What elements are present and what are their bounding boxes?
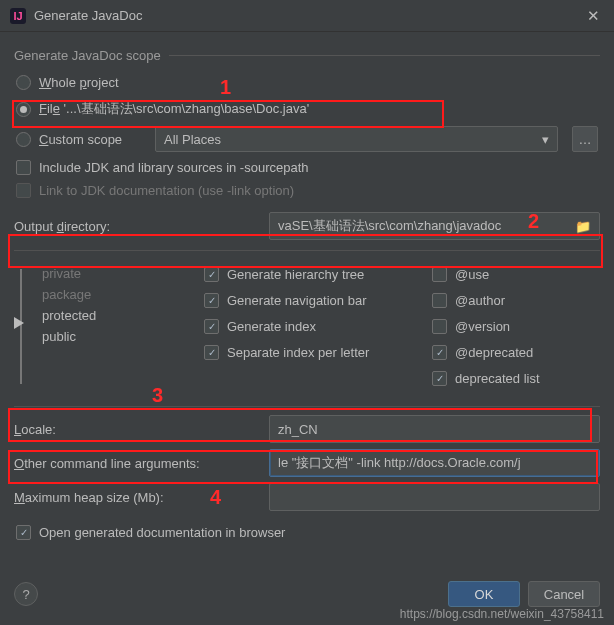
close-icon[interactable]: ✕ [583,7,604,25]
checkbox-icon [204,267,219,282]
vis-protected[interactable]: protected [22,305,184,326]
separate-label: Separate index per letter [227,345,369,360]
check-deprecated[interactable]: @deprecated [430,341,542,364]
checkbox-icon [204,319,219,334]
locale-label: Locale: [14,422,269,437]
deprecated-list-label: deprecated list [455,371,540,386]
titlebar: IJ Generate JavaDoc ✕ [0,0,614,32]
check-use[interactable]: @use [430,263,542,286]
file-option-label: File '...\基础语法\src\com\zhang\base\Doc.ja… [39,100,309,118]
check-hierarchy[interactable]: Generate hierarchy tree [202,263,412,286]
radio-file[interactable]: File '...\基础语法\src\com\zhang\base\Doc.ja… [14,96,600,122]
author-label: @author [455,293,505,308]
window-title: Generate JavaDoc [34,8,583,23]
checkbox-icon [16,160,31,175]
check-author[interactable]: @author [430,289,542,312]
checkbox-icon-disabled [16,183,31,198]
include-jdk-label: Include JDK and library sources in -sour… [39,160,309,175]
other-args-label: Other command line arguments: [14,456,269,471]
use-label: @use [455,267,489,282]
help-button[interactable]: ? [14,582,38,606]
output-dir-label: Output directory: [14,219,269,234]
scope-group-text: Generate JavaDoc scope [14,48,161,63]
other-args-value: le "接口文档" -link http://docs.Oracle.com/j [278,454,521,472]
heap-label: Maximum heap size (Mb): [14,490,269,505]
checkbox-icon [432,267,447,282]
check-version[interactable]: @version [430,315,542,338]
check-navbar[interactable]: Generate navigation bar [202,289,412,312]
check-separate[interactable]: Separate index per letter [202,341,412,364]
locale-value: zh_CN [278,422,318,437]
navbar-label: Generate navigation bar [227,293,366,308]
separator [14,250,600,251]
ok-button[interactable]: OK [448,581,520,607]
scope-group-label: Generate JavaDoc scope [14,48,600,63]
link-jdk-label: Link to JDK documentation (use -link opt… [39,183,294,198]
output-dir-input[interactable]: vaSE\基础语法\src\com\zhang\javadoc 📁 [269,212,600,240]
vis-private[interactable]: private [22,263,184,284]
folder-icon[interactable]: 📁 [575,219,591,234]
radio-whole-project[interactable]: Whole project [14,71,600,94]
custom-scope-more-button[interactable]: … [572,126,598,152]
locale-input[interactable]: zh_CN [269,415,600,443]
app-icon: IJ [10,8,26,24]
radio-icon-selected [16,102,31,117]
checkbox-icon [16,525,31,540]
gen-options: Generate hierarchy tree Generate navigat… [202,263,412,390]
radio-custom-scope[interactable]: Custom scope All Places ▾ … [14,122,600,156]
check-deprecated-list[interactable]: deprecated list [430,367,542,390]
radio-icon [16,75,31,90]
checkbox-icon [432,319,447,334]
output-dir-value: vaSE\基础语法\src\com\zhang\javadoc [278,217,569,235]
tag-options: @use @author @version @deprecated deprec… [430,263,542,390]
open-browser-label: Open generated documentation in browser [39,525,285,540]
vis-package[interactable]: package [22,284,184,305]
watermark: https://blog.csdn.net/weixin_43758411 [400,607,604,621]
checkbox-icon [432,345,447,360]
open-browser-check[interactable]: Open generated documentation in browser [14,521,600,544]
options-region: private package protected public Generat… [14,259,600,396]
custom-scope-combo[interactable]: All Places ▾ [155,126,558,152]
heap-input[interactable] [269,483,600,511]
custom-scope-value: All Places [164,132,221,147]
checkbox-icon [432,293,447,308]
custom-scope-label: Custom scope [39,132,147,147]
deprecated-label: @deprecated [455,345,533,360]
other-args-input[interactable]: le "接口文档" -link http://docs.Oracle.com/j [269,449,600,477]
vis-public[interactable]: public [22,326,184,347]
whole-project-label: Whole project [39,75,119,90]
hierarchy-label: Generate hierarchy tree [227,267,364,282]
checkbox-icon [204,293,219,308]
chevron-down-icon: ▾ [542,132,549,147]
check-index[interactable]: Generate index [202,315,412,338]
checkbox-icon [432,371,447,386]
radio-icon [16,132,31,147]
link-jdk-check: Link to JDK documentation (use -link opt… [14,179,600,202]
version-label: @version [455,319,510,334]
separator [14,406,600,407]
index-label: Generate index [227,319,316,334]
visibility-slider[interactable]: private package protected public [14,263,184,390]
checkbox-icon [204,345,219,360]
include-jdk-check[interactable]: Include JDK and library sources in -sour… [14,156,600,179]
cancel-button[interactable]: Cancel [528,581,600,607]
